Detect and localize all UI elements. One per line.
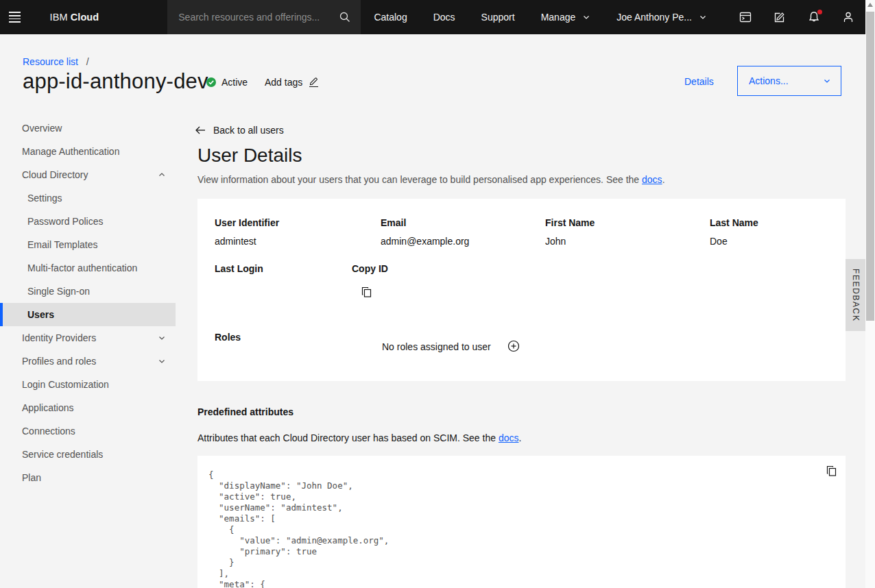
chevron-down-icon xyxy=(823,77,831,85)
scim-code-block: { "displayName": "John Doe", "active": t… xyxy=(197,456,846,588)
sidebar-item-label: Login Customization xyxy=(22,379,109,390)
search-icon[interactable] xyxy=(339,11,351,23)
account-name: Joe Anthony Pe... xyxy=(616,12,692,23)
page: IBM Cloud Catalog Docs Support Manage Jo… xyxy=(0,0,865,588)
nav-manage[interactable]: Manage xyxy=(528,0,604,34)
top-header: IBM Cloud Catalog Docs Support Manage Jo… xyxy=(0,0,865,34)
brand-cloud: Cloud xyxy=(71,12,99,23)
scrollbar-up-arrow-icon[interactable] xyxy=(867,3,873,7)
sidebar-item-settings[interactable]: Settings xyxy=(0,186,176,210)
copy-id-button[interactable] xyxy=(361,286,372,298)
feedback-edit-button[interactable] xyxy=(763,0,797,34)
sidebar-item-users[interactable]: Users xyxy=(0,303,176,326)
sidebar-item-label: Single Sign-on xyxy=(27,286,90,297)
first-name-label: First Name xyxy=(545,217,595,228)
sidebar-item-label: Cloud Directory xyxy=(22,169,88,180)
feedback-label: FEEDBACK xyxy=(851,269,861,321)
vertical-scrollbar[interactable] xyxy=(865,0,875,588)
account-menu[interactable]: Joe Anthony Pe... xyxy=(603,0,720,34)
sidebar-item-connections[interactable]: Connections xyxy=(0,419,176,443)
sidebar-item-email-templates[interactable]: Email Templates xyxy=(0,233,176,256)
details-link[interactable]: Details xyxy=(684,76,714,87)
sidebar-item-single-sign-on[interactable]: Single Sign-on xyxy=(0,280,176,303)
back-to-all-users-link[interactable]: Back to all users xyxy=(195,125,284,136)
user-avatar-icon xyxy=(841,10,855,24)
actions-label: Actions... xyxy=(749,75,789,86)
nav-catalog-label: Catalog xyxy=(374,12,407,23)
resource-title: app-id-anthony-dev xyxy=(23,69,208,94)
docs-link[interactable]: docs xyxy=(642,174,662,185)
nav-docs[interactable]: Docs xyxy=(420,0,468,34)
sidebar-item-manage-authentication[interactable]: Manage Authentication xyxy=(0,140,176,163)
sidebar-item-label: Users xyxy=(27,309,54,320)
nav-catalog[interactable]: Catalog xyxy=(361,0,420,34)
copy-icon xyxy=(826,465,837,477)
feedback-tab-button[interactable]: FEEDBACK xyxy=(846,259,865,331)
breadcrumb-resource-list-link[interactable]: Resource list xyxy=(23,56,78,67)
sidebar-item-multi-factor-authentication[interactable]: Multi-factor authentication xyxy=(0,256,176,280)
sidebar-item-applications[interactable]: Applications xyxy=(0,396,176,419)
actions-dropdown[interactable]: Actions... xyxy=(737,66,841,96)
chevron-down-icon xyxy=(699,13,707,21)
sidebar-item-service-credentials[interactable]: Service credentials xyxy=(0,443,176,466)
hamburger-icon xyxy=(9,12,21,22)
sidebar-item-label: Overview xyxy=(22,123,62,134)
chevron-up-icon xyxy=(158,171,166,179)
user-details-card: User Identifier Email First Name Last Na… xyxy=(197,199,846,381)
copy-code-button[interactable] xyxy=(826,465,837,477)
last-name-label: Last Name xyxy=(710,217,758,228)
edit-icon xyxy=(773,10,787,24)
sidebar-item-identity-providers[interactable]: Identity Providers xyxy=(0,326,176,350)
sidebar-item-profiles-and-roles[interactable]: Profiles and roles xyxy=(0,350,176,373)
sidebar-item-label: Multi-factor authentication xyxy=(27,262,137,273)
add-tags-label: Add tags xyxy=(265,77,302,88)
global-search xyxy=(167,0,361,34)
copy-id-label: Copy ID xyxy=(352,263,388,274)
chevron-down-icon xyxy=(158,334,166,342)
edit-pencil-icon xyxy=(309,77,318,87)
add-tags-button[interactable]: Add tags xyxy=(265,77,318,88)
sidebar-item-label: Email Templates xyxy=(27,239,97,250)
scim-json-code: { "displayName": "John Doe", "active": t… xyxy=(197,456,846,588)
last-name-value: Doe xyxy=(710,236,728,247)
sidebar-item-login-customization[interactable]: Login Customization xyxy=(0,373,176,396)
sidebar-item-overview[interactable]: Overview xyxy=(0,117,176,140)
notification-badge xyxy=(817,10,822,14)
header-nav: Catalog Docs Support Manage Joe Anthony … xyxy=(361,0,720,34)
cloud-shell-button[interactable] xyxy=(728,0,763,34)
breadcrumb: Resource list / xyxy=(23,56,89,67)
first-name-value: John xyxy=(545,236,566,247)
add-role-button[interactable] xyxy=(507,340,520,352)
profile-button[interactable] xyxy=(831,0,865,34)
status-badge: Active xyxy=(206,77,248,88)
nav-manage-label: Manage xyxy=(541,12,576,23)
nav-support-label: Support xyxy=(481,12,515,23)
active-check-icon xyxy=(206,77,217,88)
search-input[interactable] xyxy=(178,12,339,23)
sidebar-item-label: Service credentials xyxy=(22,449,103,460)
sidebar-item-label: Profiles and roles xyxy=(22,356,96,367)
plus-circle-icon xyxy=(507,340,520,352)
notifications-button[interactable] xyxy=(797,0,831,34)
sidebar: Overview Manage Authentication Cloud Dir… xyxy=(0,113,176,588)
terminal-icon xyxy=(739,10,752,24)
app-window: IBM Cloud Catalog Docs Support Manage Jo… xyxy=(0,0,875,588)
arrow-left-icon xyxy=(195,125,206,135)
scim-docs-link[interactable]: docs xyxy=(499,432,519,443)
sidebar-item-plan[interactable]: Plan xyxy=(0,466,176,489)
ibm-cloud-logo[interactable]: IBM Cloud xyxy=(29,0,99,34)
sidebar-item-label: Settings xyxy=(27,193,62,204)
scrollbar-thumb[interactable] xyxy=(866,12,874,321)
sidebar-item-label: Identity Providers xyxy=(22,332,96,343)
sidebar-item-password-polices[interactable]: Password Polices xyxy=(0,210,176,233)
copy-icon xyxy=(361,286,372,298)
chevron-down-icon xyxy=(158,357,166,365)
sidebar-item-cloud-directory[interactable]: Cloud Directory xyxy=(0,163,176,186)
roles-empty-text: No roles assigned to user xyxy=(382,341,491,352)
user-identifier-label: User Identifier xyxy=(215,217,279,228)
sidebar-item-label: Applications xyxy=(22,402,74,413)
email-label: Email xyxy=(381,217,406,228)
roles-label: Roles xyxy=(215,332,241,343)
hamburger-menu-button[interactable] xyxy=(0,0,29,34)
nav-support[interactable]: Support xyxy=(468,0,528,34)
